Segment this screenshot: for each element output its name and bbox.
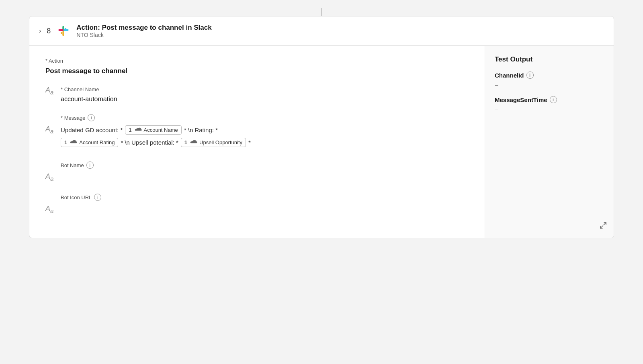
slack-icon <box>56 24 71 38</box>
output-field-messagesenttime: MessageSentTime i – <box>495 96 604 112</box>
bot-icon-url-label-row: Bot Icon URL i <box>45 194 469 201</box>
message-row-1: Updated GD account: * 1 Account Name <box>61 125 469 135</box>
action-title-group: Action: Post message to channel in Slack… <box>76 24 211 38</box>
output-field-channelid: ChannelId i – <box>495 72 604 88</box>
channelid-info-icon[interactable]: i <box>526 72 534 79</box>
message-info-icon[interactable]: i <box>88 114 95 121</box>
bot-name-aa-row: Aa <box>45 173 469 182</box>
message-content: Updated GD account: * 1 Account Name <box>61 125 469 150</box>
svg-rect-8 <box>65 28 67 30</box>
salesforce-cloud-icon-3 <box>189 140 197 145</box>
channelid-value: – <box>495 81 604 88</box>
message-label: * Message <box>61 115 85 121</box>
channel-name-label: * Channel Name <box>61 86 99 92</box>
account-rating-token: 1 Account Rating <box>61 138 118 147</box>
messagesenttime-info-icon[interactable]: i <box>550 96 557 103</box>
action-main: * Action Post message to channel Aa * Ch… <box>29 46 485 238</box>
test-output-sidebar: Test Output ChannelId i – MessageSentTim… <box>485 46 614 238</box>
token3-label: Upsell Opportunity <box>199 139 242 145</box>
message-section: * Message i Aa Updated GD account: * 1 <box>45 114 469 150</box>
token1-label: Account Name <box>144 127 178 133</box>
expand-icon[interactable] <box>599 221 607 231</box>
salesforce-cloud-icon-2 <box>69 140 77 145</box>
message-suffix2: * \n Upsell potential: * <box>121 139 178 146</box>
message-prefix: Updated GD account: * <box>61 127 123 133</box>
message-aa-row: Aa Updated GD account: * 1 <box>45 125 469 150</box>
aa-symbol-message: Aa <box>45 125 57 134</box>
message-label-row: * Message i <box>45 114 469 121</box>
token3-num: 1 <box>184 139 187 145</box>
svg-rect-0 <box>56 24 71 38</box>
action-label: * Action <box>45 58 469 64</box>
bot-icon-url-value <box>61 205 469 215</box>
action-field-section: * Action Post message to channel <box>45 58 469 75</box>
aa-symbol-channel: Aa <box>45 86 57 95</box>
message-suffix1: * \n Rating: * <box>184 127 218 133</box>
aa-symbol-bot-icon: Aa <box>45 205 57 214</box>
token1-num: 1 <box>129 127 131 133</box>
action-body: * Action Post message to channel Aa * Ch… <box>29 46 614 238</box>
action-title: Action: Post message to channel in Slack <box>76 24 211 32</box>
action-value: Post message to channel <box>45 67 469 75</box>
channel-name-row: Aa * Channel Name account-automation <box>45 86 469 103</box>
account-name-token: 1 Account Name <box>125 125 182 135</box>
collapse-icon[interactable]: › <box>39 27 41 35</box>
connector-line <box>29 8 614 16</box>
channelid-name: ChannelId i <box>495 72 604 79</box>
bot-name-value <box>61 173 469 182</box>
svg-rect-5 <box>63 31 65 36</box>
channel-name-content: * Channel Name account-automation <box>61 86 469 103</box>
bot-name-section: Bot Name i Aa <box>45 162 469 182</box>
step-number: 8 <box>47 27 51 35</box>
channel-name-value: account-automation <box>61 96 469 103</box>
bot-icon-url-aa-row: Aa <box>45 205 469 215</box>
outer-wrapper: › 8 <box>29 8 614 238</box>
message-suffix3: * <box>248 139 251 146</box>
token2-label: Account Rating <box>79 139 115 145</box>
bot-icon-url-label: Bot Icon URL <box>61 194 92 200</box>
token2-num: 1 <box>64 139 67 145</box>
messagesenttime-value: – <box>495 106 604 112</box>
bot-icon-url-section: Bot Icon URL i Aa <box>45 194 469 215</box>
upsell-opportunity-token: 1 Upsell Opportunity <box>181 138 246 147</box>
messagesenttime-name: MessageSentTime i <box>495 96 604 103</box>
aa-symbol-bot-name: Aa <box>45 173 57 182</box>
bot-name-label-row: Bot Name i <box>45 162 469 169</box>
channel-name-label-row: * Channel Name <box>61 86 469 92</box>
channel-name-section: Aa * Channel Name account-automation <box>45 86 469 103</box>
action-header: › 8 <box>29 16 614 46</box>
bot-name-label: Bot Name <box>61 162 84 168</box>
action-subtitle: NTO Slack <box>76 32 211 38</box>
bot-icon-url-info-icon[interactable]: i <box>94 194 101 201</box>
svg-rect-3 <box>59 29 64 31</box>
message-row-2: 1 Account Rating * \n Upsell potential: … <box>61 138 469 147</box>
test-output-title: Test Output <box>495 55 604 63</box>
bot-name-info-icon[interactable]: i <box>86 162 94 169</box>
action-card: › 8 <box>29 16 614 238</box>
svg-rect-6 <box>61 32 63 34</box>
salesforce-cloud-icon-1 <box>134 127 142 133</box>
